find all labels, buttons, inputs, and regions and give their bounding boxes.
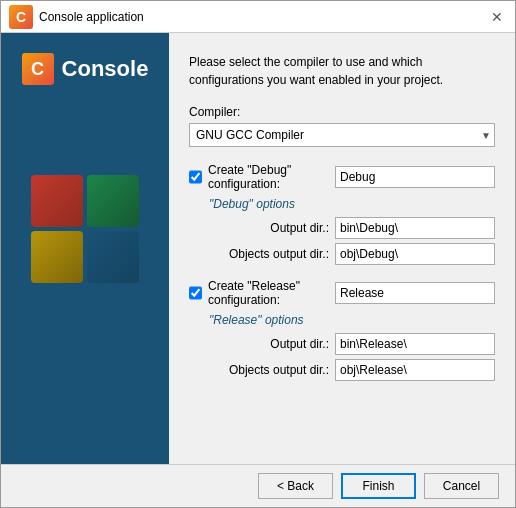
close-button[interactable]: ✕ xyxy=(487,7,507,27)
compiler-label: Compiler: xyxy=(189,105,495,119)
title-bar-left: C Console application xyxy=(9,5,144,29)
release-config-row: Create "Release" configuration: xyxy=(189,279,495,307)
debug-options-label: "Debug" options xyxy=(209,197,495,211)
debug-output-dir-label: Output dir.: xyxy=(219,221,329,235)
console-label: Console xyxy=(62,56,149,82)
dialog-footer: < Back Finish Cancel xyxy=(1,464,515,507)
cube-blue xyxy=(87,231,139,283)
release-output-dir-label: Output dir.: xyxy=(219,337,329,351)
release-output-dir-input[interactable] xyxy=(335,333,495,355)
release-config-label: Create "Release" configuration: xyxy=(208,279,329,307)
window-title: Console application xyxy=(39,10,144,24)
dialog-body: C Console Please select the compiler to … xyxy=(1,33,515,464)
release-section: Create "Release" configuration: "Release… xyxy=(189,279,495,385)
debug-section: Create "Debug" configuration: "Debug" op… xyxy=(189,163,495,269)
left-panel: C Console xyxy=(1,33,169,464)
debug-output-dir-row: Output dir.: xyxy=(219,217,495,239)
app-icon: C xyxy=(9,5,33,29)
release-config-value-input[interactable] xyxy=(335,282,495,304)
console-title: C Console xyxy=(22,53,149,85)
right-panel: Please select the compiler to use and wh… xyxy=(169,33,515,464)
debug-config-row: Create "Debug" configuration: xyxy=(189,163,495,191)
cubes-graphic xyxy=(31,175,139,283)
release-objects-dir-input[interactable] xyxy=(335,359,495,381)
dialog-window: C Console application ✕ C Console Please… xyxy=(0,0,516,508)
debug-checkbox[interactable] xyxy=(189,170,202,184)
cancel-button[interactable]: Cancel xyxy=(424,473,499,499)
debug-output-dir-input[interactable] xyxy=(335,217,495,239)
intro-text: Please select the compiler to use and wh… xyxy=(189,53,495,89)
console-icon: C xyxy=(22,53,54,85)
compiler-select[interactable]: GNU GCC Compiler Visual C++ Compiler Cla… xyxy=(189,123,495,147)
release-objects-dir-label: Objects output dir.: xyxy=(219,363,329,377)
debug-config-label: Create "Debug" configuration: xyxy=(208,163,329,191)
title-bar: C Console application ✕ xyxy=(1,1,515,33)
debug-config-value-input[interactable] xyxy=(335,166,495,188)
release-checkbox[interactable] xyxy=(189,286,202,300)
debug-objects-dir-input[interactable] xyxy=(335,243,495,265)
cube-red xyxy=(31,175,83,227)
release-options-label: "Release" options xyxy=(209,313,495,327)
compiler-select-wrapper: GNU GCC Compiler Visual C++ Compiler Cla… xyxy=(189,123,495,147)
debug-objects-dir-row: Objects output dir.: xyxy=(219,243,495,265)
finish-button[interactable]: Finish xyxy=(341,473,416,499)
cube-green xyxy=(87,175,139,227)
back-button[interactable]: < Back xyxy=(258,473,333,499)
cube-yellow xyxy=(31,231,83,283)
release-objects-dir-row: Objects output dir.: xyxy=(219,359,495,381)
debug-objects-dir-label: Objects output dir.: xyxy=(219,247,329,261)
release-output-dir-row: Output dir.: xyxy=(219,333,495,355)
